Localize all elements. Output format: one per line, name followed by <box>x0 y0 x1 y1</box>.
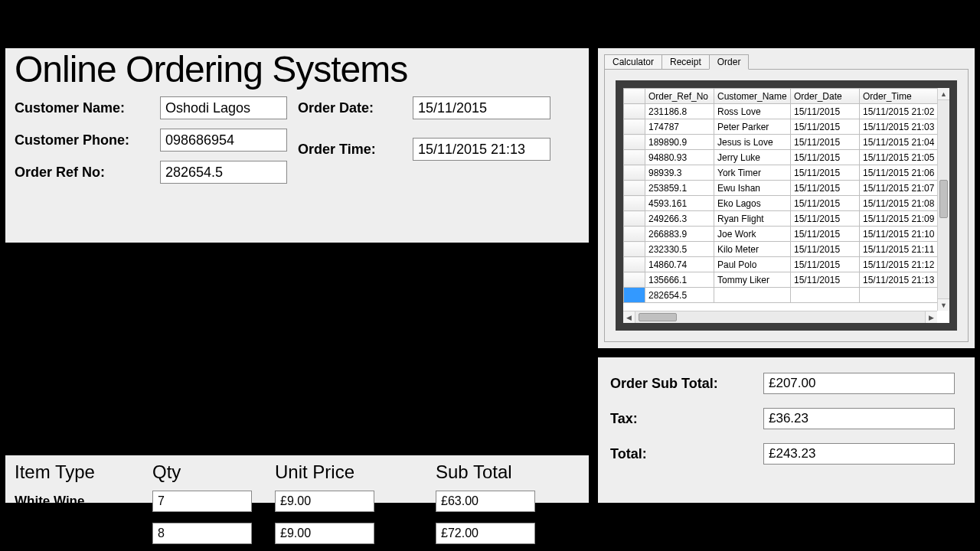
order-time-input[interactable] <box>413 138 550 161</box>
row-header[interactable] <box>624 119 645 135</box>
table-cell[interactable]: 189890.9 <box>645 135 714 150</box>
table-cell[interactable]: 15/11/2015 21:03 <box>860 119 938 135</box>
table-row[interactable]: 14860.74Paul Polo15/11/201515/11/2015 21… <box>624 257 938 272</box>
table-cell[interactable]: 15/11/2015 <box>791 272 860 288</box>
table-cell[interactable]: 15/11/2015 21:06 <box>860 165 938 181</box>
table-row[interactable]: 189890.9Jesus is Love15/11/201515/11/201… <box>624 135 938 150</box>
table-cell[interactable]: 94880.93 <box>645 150 714 165</box>
column-header[interactable]: Order_Ref_No <box>645 89 714 104</box>
table-cell[interactable]: 15/11/2015 <box>791 242 860 257</box>
order-subtotal-input[interactable] <box>763 373 955 394</box>
table-cell[interactable]: 15/11/2015 <box>791 165 860 181</box>
customer-phone-input[interactable] <box>160 129 287 152</box>
row-header[interactable] <box>624 257 645 272</box>
column-header[interactable]: Customer_Name <box>714 89 791 104</box>
table-cell[interactable]: 253859.1 <box>645 181 714 196</box>
tab-order[interactable]: Order <box>709 54 750 70</box>
table-cell[interactable]: 15/11/2015 <box>791 227 860 242</box>
table-cell[interactable]: Jerry Luke <box>714 150 791 165</box>
table-cell[interactable]: 15/11/2015 21:10 <box>860 227 938 242</box>
table-cell[interactable]: Jesus is Love <box>714 135 791 150</box>
item-price-input[interactable] <box>275 523 374 544</box>
table-row[interactable]: 282654.5 <box>624 288 938 303</box>
column-header[interactable]: Order_Time <box>860 89 938 104</box>
table-cell[interactable]: 15/11/2015 <box>791 257 860 272</box>
table-cell[interactable]: Ryan Flight <box>714 211 791 227</box>
item-subtotal-input[interactable] <box>436 491 535 512</box>
table-cell[interactable]: 249266.3 <box>645 211 714 227</box>
table-cell[interactable]: 15/11/2015 <box>791 150 860 165</box>
row-header[interactable] <box>624 104 645 119</box>
row-header[interactable] <box>624 150 645 165</box>
table-cell[interactable]: Ewu Ishan <box>714 181 791 196</box>
order-ref-input[interactable] <box>160 161 287 184</box>
row-header[interactable] <box>624 135 645 150</box>
data-grid[interactable]: Order_Ref_NoCustomer_NameOrder_DateOrder… <box>623 88 937 311</box>
table-cell[interactable]: 15/11/2015 <box>791 211 860 227</box>
table-cell[interactable]: 15/11/2015 21:08 <box>860 196 938 211</box>
table-row[interactable]: 266883.9Joe Work15/11/201515/11/2015 21:… <box>624 227 938 242</box>
item-qty-input[interactable] <box>152 523 252 544</box>
row-header[interactable] <box>624 165 645 181</box>
table-cell[interactable]: Peter Parker <box>714 119 791 135</box>
row-header[interactable] <box>624 227 645 242</box>
order-date-input[interactable] <box>413 96 550 119</box>
table-cell[interactable]: Ross Love <box>714 104 791 119</box>
table-cell[interactable]: 15/11/2015 21:09 <box>860 211 938 227</box>
table-row[interactable]: 94880.93Jerry Luke15/11/201515/11/2015 2… <box>624 150 938 165</box>
vertical-scrollbar[interactable]: ▲ ▼ <box>937 88 949 311</box>
total-input[interactable] <box>763 443 955 465</box>
scroll-left-icon[interactable]: ◀ <box>623 311 635 323</box>
table-row[interactable]: 249266.3Ryan Flight15/11/201515/11/2015 … <box>624 211 938 227</box>
table-row[interactable]: 174787Peter Parker15/11/201515/11/2015 2… <box>624 119 938 135</box>
tax-input[interactable] <box>763 408 955 429</box>
table-cell[interactable]: 15/11/2015 21:02 <box>860 104 938 119</box>
table-cell[interactable]: 15/11/2015 21:07 <box>860 181 938 196</box>
table-cell[interactable]: 15/11/2015 21:05 <box>860 150 938 165</box>
row-header[interactable] <box>624 288 645 303</box>
item-qty-input[interactable] <box>152 491 252 512</box>
table-cell[interactable]: 282654.5 <box>645 288 714 303</box>
table-cell[interactable]: 266883.9 <box>645 227 714 242</box>
table-cell[interactable]: 15/11/2015 <box>791 196 860 211</box>
table-cell[interactable]: Tommy Liker <box>714 272 791 288</box>
table-cell[interactable]: Eko Lagos <box>714 196 791 211</box>
table-cell[interactable]: Kilo Meter <box>714 242 791 257</box>
scroll-down-icon[interactable]: ▼ <box>938 298 949 311</box>
table-cell[interactable]: 174787 <box>645 119 714 135</box>
row-header[interactable] <box>624 181 645 196</box>
table-cell[interactable]: 15/11/2015 <box>791 181 860 196</box>
table-row[interactable]: 135666.1Tommy Liker15/11/201515/11/2015 … <box>624 272 938 288</box>
table-cell[interactable]: 135666.1 <box>645 272 714 288</box>
table-row[interactable]: 4593.161Eko Lagos15/11/201515/11/2015 21… <box>624 196 938 211</box>
table-cell[interactable]: 231186.8 <box>645 104 714 119</box>
table-cell[interactable]: 4593.161 <box>645 196 714 211</box>
table-cell[interactable]: 15/11/2015 21:11 <box>860 242 938 257</box>
table-cell[interactable]: 15/11/2015 21:13 <box>860 272 938 288</box>
horizontal-scrollbar[interactable]: ◀ ▶ <box>623 311 937 323</box>
table-row[interactable]: 232330.5Kilo Meter15/11/201515/11/2015 2… <box>624 242 938 257</box>
table-cell[interactable]: 15/11/2015 21:04 <box>860 135 938 150</box>
scroll-thumb[interactable] <box>639 313 677 321</box>
table-cell[interactable]: York Timer <box>714 165 791 181</box>
table-row[interactable]: 253859.1Ewu Ishan15/11/201515/11/2015 21… <box>624 181 938 196</box>
customer-name-input[interactable] <box>160 96 287 119</box>
table-cell[interactable]: 14860.74 <box>645 257 714 272</box>
row-header[interactable] <box>624 242 645 257</box>
table-row[interactable]: 231186.8Ross Love15/11/201515/11/2015 21… <box>624 104 938 119</box>
row-header[interactable] <box>624 272 645 288</box>
table-cell[interactable]: 15/11/2015 <box>791 135 860 150</box>
item-subtotal-input[interactable] <box>436 523 535 544</box>
scroll-right-icon[interactable]: ▶ <box>925 311 937 323</box>
scroll-up-icon[interactable]: ▲ <box>938 88 949 100</box>
row-header[interactable] <box>624 211 645 227</box>
scroll-thumb[interactable] <box>939 180 948 218</box>
table-cell[interactable]: 15/11/2015 21:12 <box>860 257 938 272</box>
row-header[interactable] <box>624 196 645 211</box>
table-cell[interactable]: 98939.3 <box>645 165 714 181</box>
table-cell[interactable]: Paul Polo <box>714 257 791 272</box>
item-price-input[interactable] <box>275 491 374 512</box>
tab-receipt[interactable]: Receipt <box>662 54 710 69</box>
table-cell[interactable]: 15/11/2015 <box>791 104 860 119</box>
tab-calculator[interactable]: Calculator <box>604 54 662 69</box>
